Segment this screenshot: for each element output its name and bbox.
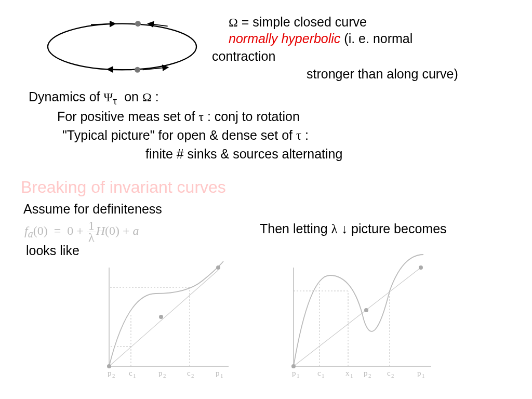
svg-text:1: 1: [422, 373, 425, 379]
dynamics-line3: "Typical picture" for open & dense set o…: [62, 128, 309, 143]
svg-point-11: [159, 315, 163, 319]
curve-def-line1: Ω = simple closed curve: [229, 15, 367, 30]
tau-symbol: τ: [198, 110, 204, 124]
svg-text:1: 1: [133, 373, 136, 379]
dyn-1c: :: [155, 89, 159, 104]
svg-text:2: 2: [163, 373, 166, 379]
svg-line-29: [294, 268, 421, 366]
svg-text:c: c: [387, 369, 391, 377]
svg-point-32: [364, 308, 368, 312]
svg-point-31: [419, 265, 423, 270]
curve-def-line2: normally hyperbolic (i. e. normal: [229, 31, 413, 46]
svg-line-9: [109, 270, 218, 366]
svg-text:p: p: [158, 369, 163, 377]
normally-hyperbolic: normally hyperbolic: [229, 31, 340, 46]
svg-text:p: p: [216, 369, 220, 377]
down-arrow-icon: ↓: [341, 222, 348, 236]
curve-def-line4: stronger than along curve): [307, 66, 458, 82]
svg-point-12: [216, 265, 220, 270]
assume-line: Assume for definiteness: [23, 202, 162, 217]
dynamics-line1: Dynamics of Ψτ on Ω :: [29, 89, 159, 107]
svg-text:2: 2: [368, 373, 371, 379]
dyn-3b: τ: [296, 128, 301, 142]
omega-symbol-2: Ω: [142, 90, 152, 104]
ellipse-diagram: [36, 16, 208, 78]
dyn-3c: :: [305, 128, 309, 142]
dyn-2a: For positive meas set of: [57, 109, 195, 124]
svg-text:1: 1: [297, 373, 300, 379]
plot-left: p2 c1 p2 c2 p1: [99, 262, 234, 382]
svg-text:p: p: [108, 369, 112, 377]
plot-right: p1 c1 x1 p2 c2 p1: [281, 262, 436, 382]
svg-text:p: p: [364, 369, 368, 377]
svg-text:p: p: [292, 369, 296, 377]
svg-point-0: [48, 24, 196, 70]
dyn-2b: : conj to rotation: [207, 109, 300, 124]
svg-text:x: x: [345, 369, 350, 377]
dynamics-line2: For positive meas set of τ : conj to rot…: [57, 109, 300, 124]
dyn-3a: "Typical picture" for open & dense set o…: [62, 128, 292, 142]
section-title: Breaking of invariant curves: [21, 178, 226, 197]
then-prefix: Then letting: [260, 221, 331, 236]
svg-text:1: 1: [350, 373, 353, 379]
ie-normal: (i. e. normal: [340, 31, 413, 46]
svg-point-10: [107, 364, 111, 368]
svg-text:c: c: [317, 369, 321, 377]
curve-def-text: = simple closed curve: [242, 15, 367, 29]
curve-def-line3: contraction: [212, 49, 275, 64]
formula-line: fa(0) = 0 + 1λH(0) + a: [24, 220, 139, 243]
omega-symbol: Ω: [229, 16, 238, 29]
lambda-symbol: λ: [331, 222, 338, 236]
dynamics-line4: finite # sinks & sources alternating: [145, 147, 342, 162]
svg-point-5: [135, 21, 141, 26]
svg-text:c: c: [129, 369, 132, 377]
svg-text:1: 1: [220, 373, 223, 379]
svg-point-30: [291, 364, 296, 368]
dyn-1a: Dynamics of: [29, 89, 100, 104]
svg-text:p: p: [417, 369, 421, 377]
svg-text:2: 2: [112, 373, 115, 379]
svg-text:1: 1: [322, 373, 325, 379]
slide: Ω = simple closed curve normally hyperbo…: [0, 0, 532, 399]
tau-subscript: τ: [113, 95, 117, 107]
dyn-1b: on: [124, 89, 139, 104]
svg-text:2: 2: [191, 373, 194, 379]
svg-line-3: [108, 69, 131, 70]
svg-point-6: [135, 67, 140, 73]
psi-symbol: Ψ: [104, 90, 113, 104]
svg-text:2: 2: [391, 373, 394, 379]
looks-like-line: looks like: [26, 243, 79, 258]
svg-text:c: c: [187, 369, 191, 377]
then-suffix: picture becomes: [348, 221, 446, 236]
then-line: Then letting λ ↓ picture becomes: [260, 221, 447, 236]
